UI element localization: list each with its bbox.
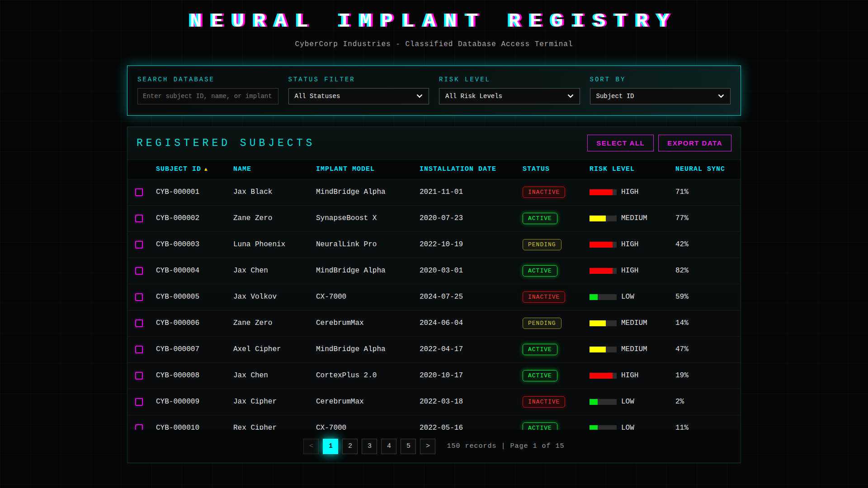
next-page-button[interactable]: > [420, 439, 435, 454]
risk-label: LOW [621, 398, 634, 406]
cell-risk-level: HIGH [590, 240, 675, 249]
risk-bar [590, 347, 617, 352]
cell-risk-level: HIGH [590, 188, 675, 196]
row-checkbox[interactable] [135, 319, 143, 327]
page-button-2[interactable]: 2 [342, 439, 358, 454]
status-badge: PENDING [523, 239, 561, 250]
status-badge: INACTIVE [523, 291, 565, 303]
filter-panel: SEARCH DATABASE STATUS FILTER All Status… [127, 66, 741, 116]
sort-select[interactable]: Subject ID [590, 88, 731, 104]
risk-label: HIGH [621, 240, 638, 249]
cell-neural-sync: 77% [675, 214, 741, 222]
sort-value: Subject ID [596, 93, 634, 100]
pagination-bar: < 12345 > 150 records | Page 1 of 15 [127, 430, 741, 463]
column-header-status[interactable]: STATUS [523, 165, 590, 173]
page-button-4[interactable]: 4 [381, 439, 396, 454]
row-checkbox[interactable] [135, 267, 143, 275]
row-checkbox[interactable] [135, 372, 143, 380]
table-row: CYB-000002 Zane Zero SynapseBoost X 2020… [127, 206, 741, 232]
risk-bar-fill [590, 216, 606, 221]
chevron-down-icon [718, 93, 724, 100]
neural-implant-registry-app: NEURAL IMPLANT REGISTRY CyberCorp Indust… [0, 0, 868, 488]
page-button-5[interactable]: 5 [401, 439, 416, 454]
registered-subjects-panel: REGISTERED SUBJECTS SELECT ALL EXPORT DA… [127, 127, 741, 463]
column-header-installation-date[interactable]: INSTALLATION DATE [420, 165, 523, 173]
table-row: CYB-000009 Jax Cipher CerebrumMax 2022-0… [127, 389, 741, 415]
cell-name: Zane Zero [233, 214, 316, 222]
cell-risk-level: MEDIUM [590, 345, 675, 353]
cell-subject-id: CYB-000006 [156, 319, 233, 327]
row-checkbox[interactable] [135, 398, 143, 406]
cell-name: Rex Cipher [233, 424, 316, 430]
chevron-down-icon [567, 93, 574, 100]
row-checkbox[interactable] [135, 424, 143, 430]
column-header-name[interactable]: NAME [233, 165, 316, 173]
risk-bar [590, 399, 617, 405]
app-header: NEURAL IMPLANT REGISTRY CyberCorp Indust… [0, 0, 868, 48]
cell-implant-model: NeuralLink Pro [316, 240, 420, 249]
cell-implant-model: MindBridge Alpha [316, 345, 420, 353]
risk-bar [590, 320, 617, 326]
cell-subject-id: CYB-000004 [156, 267, 233, 275]
cell-name: Jax Cipher [233, 398, 316, 406]
cell-implant-model: CerebrumMax [316, 398, 420, 406]
cell-implant-model: MindBridge Alpha [316, 188, 420, 196]
row-checkbox[interactable] [135, 293, 143, 301]
cell-subject-id: CYB-000005 [156, 293, 233, 301]
column-header-neural-sync[interactable]: NEURAL SYNC [675, 165, 741, 173]
cell-risk-level: HIGH [590, 267, 675, 275]
prev-page-button[interactable]: < [303, 439, 319, 454]
cell-subject-id: CYB-000008 [156, 371, 233, 380]
row-checkbox[interactable] [135, 188, 143, 196]
chevron-down-icon [416, 93, 423, 100]
column-header-implant-model[interactable]: IMPLANT MODEL [316, 165, 420, 173]
cell-neural-sync: 47% [675, 345, 741, 353]
status-filter-select[interactable]: All Statuses [288, 88, 429, 104]
risk-label: HIGH [621, 371, 638, 380]
cell-neural-sync: 11% [675, 424, 741, 430]
page-button-1[interactable]: 1 [323, 439, 338, 454]
page-button-3[interactable]: 3 [362, 439, 377, 454]
row-checkbox[interactable] [135, 215, 143, 222]
risk-bar-fill [590, 373, 613, 379]
cell-neural-sync: 19% [675, 371, 741, 380]
export-data-button[interactable]: EXPORT DATA [658, 135, 731, 151]
cell-name: Luna Phoenix [233, 240, 316, 249]
cell-risk-level: LOW [590, 398, 675, 406]
cell-installation-date: 2024-06-04 [420, 319, 523, 327]
cell-risk-level: LOW [590, 293, 675, 301]
risk-label: MEDIUM [621, 345, 647, 353]
cell-installation-date: 2022-03-18 [420, 398, 523, 406]
select-all-button[interactable]: SELECT ALL [587, 135, 654, 151]
search-label: SEARCH DATABASE [137, 76, 278, 83]
cell-name: Jax Black [233, 188, 316, 196]
column-header-subject-id[interactable]: SUBJECT ID▲ [156, 165, 233, 173]
table-row: CYB-000007 Axel Cipher MindBridge Alpha … [127, 337, 741, 363]
table-row: CYB-000001 Jax Black MindBridge Alpha 20… [127, 179, 741, 206]
page-title: NEURAL IMPLANT REGISTRY [0, 10, 868, 33]
row-checkbox[interactable] [135, 241, 143, 249]
cell-risk-level: MEDIUM [590, 319, 675, 327]
risk-label: MEDIUM [621, 214, 647, 222]
row-checkbox[interactable] [135, 346, 143, 353]
table-row: CYB-000008 Jax Chen CortexPlus 2.0 2020-… [127, 363, 741, 389]
cell-risk-level: HIGH [590, 371, 675, 380]
table-body: CYB-000001 Jax Black MindBridge Alpha 20… [127, 179, 741, 430]
risk-filter-select[interactable]: All Risk Levels [439, 88, 580, 104]
cell-implant-model: CerebrumMax [316, 319, 420, 327]
column-header-risk-level[interactable]: RISK LEVEL [590, 165, 675, 173]
status-filter-label: STATUS FILTER [288, 76, 429, 83]
status-badge: INACTIVE [523, 187, 565, 198]
page-subtitle: CyberCorp Industries - Classified Databa… [0, 40, 868, 48]
cell-name: Jax Chen [233, 371, 316, 380]
risk-bar [590, 189, 617, 195]
cell-neural-sync: 82% [675, 267, 741, 275]
cell-installation-date: 2020-07-23 [420, 214, 523, 222]
risk-bar [590, 216, 617, 221]
sort-asc-icon: ▲ [204, 167, 208, 172]
search-input[interactable] [137, 88, 278, 104]
risk-label: MEDIUM [621, 319, 647, 327]
table-row: CYB-000004 Jax Chen MindBridge Alpha 202… [127, 258, 741, 284]
cell-subject-id: CYB-000001 [156, 188, 233, 196]
table-row: CYB-000010 Rex Cipher CX-7000 2022-05-16… [127, 415, 741, 430]
